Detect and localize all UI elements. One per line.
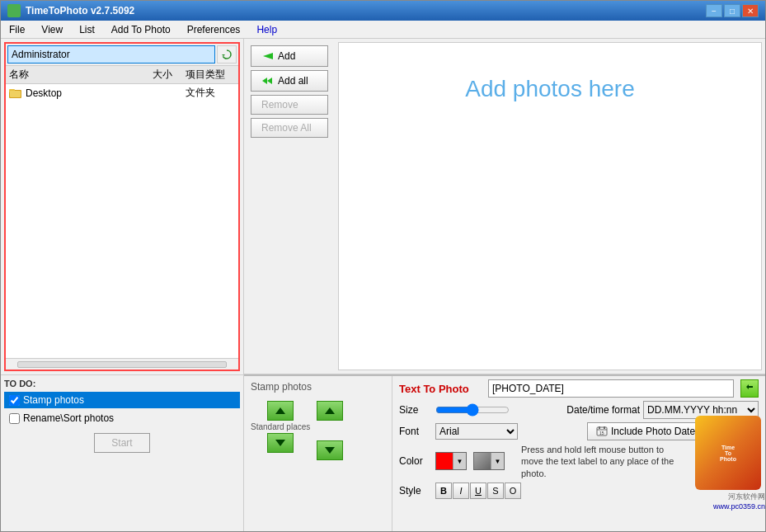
file-list: Desktop 文件夹 xyxy=(6,84,238,358)
add-all-button[interactable]: Add all xyxy=(251,70,328,92)
start-button[interactable]: Start xyxy=(94,433,149,453)
title-controls: − □ ✕ xyxy=(706,4,759,17)
file-list-header: 名称 大小 项目类型 xyxy=(6,66,238,84)
bottom-area: Stamp photos Standard places xyxy=(244,374,765,531)
pos-down-btn-2[interactable] xyxy=(317,440,343,460)
down-arrow-icon-1 xyxy=(275,440,285,446)
add-label: Add xyxy=(278,50,295,62)
color-picker-button-2[interactable]: ▼ xyxy=(473,452,505,470)
file-browser: 名称 大小 项目类型 Desktop 文件夹 xyxy=(4,42,240,371)
todo-stamp-label: Stamp photos xyxy=(23,394,84,406)
style-shadow[interactable]: S xyxy=(487,483,504,499)
include-photo-date-button[interactable]: 15 Include Photo Date xyxy=(587,422,704,440)
svg-rect-9 xyxy=(599,426,600,429)
path-input[interactable] xyxy=(7,45,215,64)
style-italic[interactable]: I xyxy=(453,483,469,499)
col-type-header: 项目类型 xyxy=(186,68,235,82)
style-label: Style xyxy=(399,485,432,497)
svg-rect-3 xyxy=(10,91,21,97)
col-size-header: 大小 xyxy=(153,68,186,82)
color-preview xyxy=(436,453,453,469)
title-bar-text: TimeToPhoto v2.7.5092 xyxy=(7,4,134,17)
add-button[interactable]: Add xyxy=(251,45,328,67)
window-title: TimeToPhoto v2.7.5092 xyxy=(26,5,134,16)
stamp-settings: Text To Photo Size xyxy=(392,376,765,531)
todo-section: TO DO: Stamp photos Rename\Sort photos S… xyxy=(1,374,243,531)
down-arrow-icon-2 xyxy=(325,447,335,454)
svg-text:15: 15 xyxy=(599,431,604,435)
file-name: Desktop xyxy=(26,87,146,99)
add-all-label: Add all xyxy=(278,75,308,87)
ttp-label: Text To Photo xyxy=(399,383,482,395)
style-underline[interactable]: U xyxy=(470,483,486,499)
color-label: Color xyxy=(399,455,432,467)
app-icon xyxy=(7,4,21,17)
svg-marker-5 xyxy=(262,78,267,84)
style-outline[interactable]: O xyxy=(505,483,521,499)
todo-rename-sort[interactable]: Rename\Sort photos xyxy=(4,410,240,426)
color-dropdown-arrow-2[interactable]: ▼ xyxy=(491,453,504,469)
refresh-button[interactable] xyxy=(217,45,237,64)
remove-all-label: Remove All xyxy=(261,122,312,134)
photo-buttons: Add Add all Remove Remove All xyxy=(244,39,335,374)
main-window: TimeToPhoto v2.7.5092 − □ ✕ File View Li… xyxy=(0,0,766,532)
photo-area: Add Add all Remove Remove All xyxy=(244,39,765,374)
title-bar: TimeToPhoto v2.7.5092 − □ ✕ xyxy=(1,1,765,21)
datetime-label: Date/time format xyxy=(566,404,640,416)
menu-view[interactable]: View xyxy=(36,22,68,37)
hscroll-track[interactable] xyxy=(17,361,227,368)
site-url: www.pc0359.cn xyxy=(691,502,765,511)
list-item[interactable]: Desktop 文件夹 xyxy=(6,84,238,101)
pos-up-btn-2[interactable] xyxy=(317,401,343,421)
left-panel: 名称 大小 项目类型 Desktop 文件夹 xyxy=(1,39,244,531)
close-button[interactable]: ✕ xyxy=(742,4,759,17)
menu-help[interactable]: Help xyxy=(251,22,282,37)
ttp-input[interactable] xyxy=(488,379,734,398)
menu-add-to-photo[interactable]: Add To Photo xyxy=(106,22,176,37)
col-name-header: 名称 xyxy=(9,68,153,82)
todo-stamp-photos[interactable]: Stamp photos xyxy=(4,392,240,408)
menu-list[interactable]: List xyxy=(74,22,100,37)
style-buttons: B I U S O xyxy=(435,483,521,499)
color-dropdown-arrow[interactable]: ▼ xyxy=(453,453,466,469)
datetime-select[interactable]: DD.MM.YYYY hh:nn xyxy=(643,401,759,419)
svg-marker-0 xyxy=(222,54,225,56)
folder-icon xyxy=(9,87,22,100)
main-content: 名称 大小 项目类型 Desktop 文件夹 xyxy=(1,39,765,531)
pos-down-btn-1[interactable] xyxy=(267,433,294,453)
font-label: Font xyxy=(399,426,432,437)
path-bar xyxy=(6,44,238,66)
info-text: Press and hold left mouse button to move… xyxy=(521,444,686,479)
back-arrow-icon xyxy=(745,384,754,393)
remove-label: Remove xyxy=(261,99,298,111)
standard-places-label: Standard places xyxy=(251,422,310,431)
add-photos-text: Add photos here xyxy=(465,76,635,102)
photo-drop-zone: Add photos here xyxy=(338,42,762,370)
maximize-button[interactable]: □ xyxy=(724,4,740,17)
ttp-clear-button[interactable] xyxy=(740,379,759,398)
size-slider[interactable] xyxy=(435,403,510,417)
hscroll-bar[interactable] xyxy=(6,358,238,370)
refresh-icon xyxy=(221,49,233,60)
pos-up-btn-1[interactable] xyxy=(267,401,294,421)
menu-file[interactable]: File xyxy=(4,22,30,37)
minimize-button[interactable]: − xyxy=(706,4,722,17)
todo-stamp-checkbox[interactable] xyxy=(9,395,20,406)
todo-label: TO DO: xyxy=(4,379,240,388)
include-photo-date-label: Include Photo Date xyxy=(611,426,695,437)
font-select[interactable]: Arial xyxy=(435,423,518,440)
svg-marker-4 xyxy=(263,53,273,59)
remove-all-button[interactable]: Remove All xyxy=(251,118,328,138)
color-preview-2 xyxy=(474,453,491,469)
up-arrow-icon-2 xyxy=(325,407,335,414)
remove-button[interactable]: Remove xyxy=(251,95,328,115)
size-label: Size xyxy=(399,404,432,416)
add-icon xyxy=(261,49,275,63)
add-all-icon xyxy=(261,74,275,87)
file-type: 文件夹 xyxy=(186,86,235,100)
style-bold[interactable]: B xyxy=(435,483,452,499)
menu-preferences[interactable]: Preferences xyxy=(182,22,246,37)
todo-rename-label: Rename\Sort photos xyxy=(23,412,114,424)
color-picker-button[interactable]: ▼ xyxy=(435,452,467,470)
todo-rename-checkbox[interactable] xyxy=(9,413,20,424)
